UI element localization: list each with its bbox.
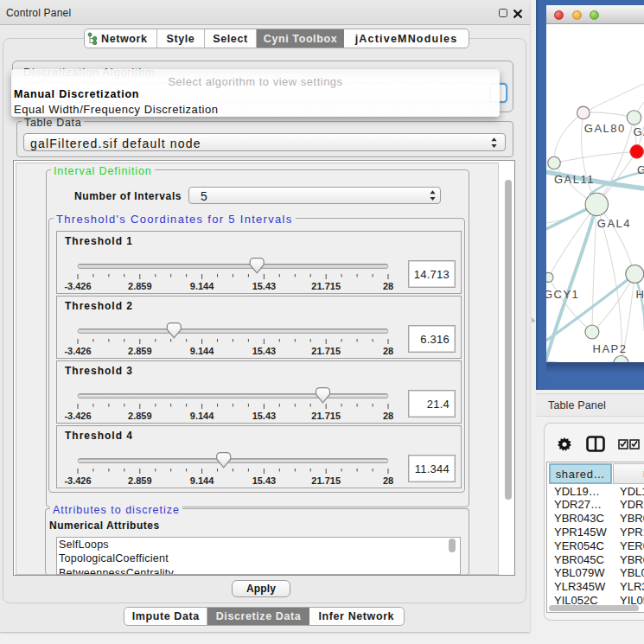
svg-text:9.144: 9.144 xyxy=(190,475,214,486)
svg-text:GAL: GAL xyxy=(633,125,644,138)
svg-text:HAP2: HAP2 xyxy=(593,342,628,355)
svg-text:28: 28 xyxy=(383,346,393,356)
svg-text:15.43: 15.43 xyxy=(252,475,277,486)
svg-text:21.715: 21.715 xyxy=(311,475,341,486)
svg-text:28: 28 xyxy=(383,281,393,291)
svg-text:21.715: 21.715 xyxy=(311,281,341,291)
svg-text:15.43: 15.43 xyxy=(252,281,277,291)
svg-text:9.144: 9.144 xyxy=(190,281,214,291)
svg-text:-3.426: -3.426 xyxy=(64,475,91,486)
svg-text:H: H xyxy=(636,288,644,301)
svg-text:-3.426: -3.426 xyxy=(64,281,91,291)
svg-text:GA: GA xyxy=(637,163,644,176)
svg-text:21.715: 21.715 xyxy=(311,346,341,356)
svg-text:9.144: 9.144 xyxy=(190,346,214,356)
svg-text:28: 28 xyxy=(383,411,393,421)
svg-text:15.43: 15.43 xyxy=(252,411,277,421)
svg-text:2.859: 2.859 xyxy=(128,475,152,486)
svg-text:GCY1: GCY1 xyxy=(546,288,579,301)
svg-text:9.144: 9.144 xyxy=(190,411,214,421)
svg-text:GAL4: GAL4 xyxy=(597,217,631,230)
svg-text:15.43: 15.43 xyxy=(252,346,277,356)
svg-text:2.859: 2.859 xyxy=(128,346,152,356)
svg-text:2.859: 2.859 xyxy=(128,281,152,291)
svg-text:28: 28 xyxy=(383,475,393,486)
svg-text:-3.426: -3.426 xyxy=(64,411,91,421)
svg-text:GAL80: GAL80 xyxy=(584,122,626,135)
svg-text:GAL11: GAL11 xyxy=(554,173,595,186)
svg-text:-3.426: -3.426 xyxy=(64,346,91,356)
svg-text:21.715: 21.715 xyxy=(311,411,341,421)
svg-text:2.859: 2.859 xyxy=(128,411,152,421)
